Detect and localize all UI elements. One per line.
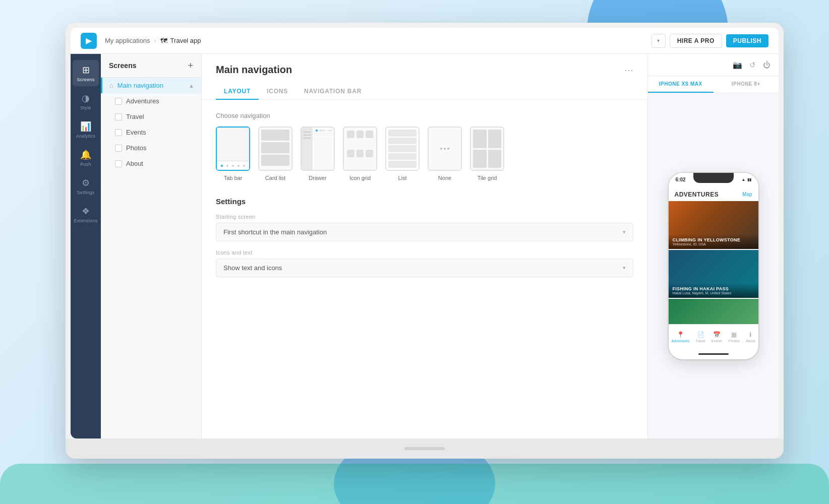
screen-item-main-nav[interactable]: ⌂ Main navigation ▲	[101, 78, 201, 93]
screens-panel-title: Screens	[109, 61, 136, 70]
tab-navigation-bar[interactable]: NAVIGATION BAR	[296, 84, 370, 100]
screens-header: Screens +	[101, 54, 201, 78]
icons-text-group: Icons and text Show text and icons ▾	[216, 249, 633, 277]
screen-item-arrow: ▲	[189, 83, 194, 89]
settings-label: Settings	[77, 190, 95, 195]
phone-time: 6:02	[676, 177, 686, 182]
analytics-icon: 📊	[80, 121, 91, 132]
screen-item-about[interactable]: About	[101, 156, 201, 171]
phone-signal: ▲ ▮▮	[742, 177, 751, 182]
tab-travel-icon: 📄	[697, 331, 704, 338]
screen-checkbox-photos[interactable]	[115, 145, 122, 152]
phone-tab-travel[interactable]: 📄 Travel	[695, 331, 705, 343]
icon-cell-6	[366, 150, 373, 157]
content-menu-button[interactable]: ⋯	[624, 65, 633, 76]
screen-item-adventures[interactable]: Adventures	[101, 93, 201, 109]
layout-list-thumb	[385, 127, 420, 171]
analytics-label: Analytics	[76, 134, 96, 139]
extensions-label: Extensions	[74, 218, 97, 223]
screen-item-travel[interactable]: Travel	[101, 109, 201, 124]
card-subtitle-climbing: Yellowstone, ID, USA	[673, 242, 754, 246]
layout-drawer-name: Drawer	[309, 175, 326, 181]
sidebar-item-analytics[interactable]: 📊 Analytics	[73, 116, 99, 143]
refresh-icon[interactable]: ↺	[749, 60, 756, 70]
drawer-line-1	[303, 132, 311, 133]
screen-checkbox-adventures[interactable]	[115, 98, 122, 105]
content-header: Main navigation ⋯ LAYOUT ICONS NAVIGATIO…	[202, 54, 647, 100]
card-overlay-fishing: FISHING IN HAKAI PASS Hakai Lusa, Nayari…	[669, 283, 758, 298]
screen-checkbox-events[interactable]	[115, 129, 122, 136]
layout-none-name: None	[438, 175, 451, 181]
thumb-dot-1	[221, 165, 223, 167]
breadcrumb-home[interactable]: My applications	[105, 37, 150, 44]
screens-label: Screens	[77, 77, 94, 82]
screen-main-nav-label: Main navigation	[117, 82, 163, 89]
tab-events-label: Events	[712, 339, 722, 343]
screen-home-icon: ⌂	[109, 82, 113, 89]
style-label: Style	[80, 105, 91, 110]
settings-section: Settings Starting screen First shortcut …	[216, 197, 633, 277]
screen-item-photos[interactable]: Photos	[101, 140, 201, 156]
publish-button[interactable]: PUBLISH	[726, 34, 768, 47]
phone-notch	[693, 173, 734, 183]
dropdown-button[interactable]: ▾	[652, 34, 666, 48]
screen-checkbox-about[interactable]	[115, 160, 122, 167]
device-tab-iphone-8plus[interactable]: IPHONE 8+	[714, 76, 779, 93]
sidebar-item-settings[interactable]: ⚙ Settings	[73, 173, 99, 199]
phone-tab-bar: 📍 Adventures 📄 Travel 📅 Events	[669, 324, 758, 349]
sidebar-item-style[interactable]: ◑ Style	[73, 88, 99, 114]
thumb-dot-5	[243, 165, 245, 167]
card-title-climbing: CLIMBING IN YELLOWSTONE	[673, 237, 754, 242]
thumb-card-2	[261, 142, 289, 153]
sidebar-item-push[interactable]: 🔔 Push	[73, 145, 99, 171]
phone-tab-events[interactable]: 📅 Events	[712, 331, 722, 343]
layout-none[interactable]: None	[428, 127, 462, 181]
layout-card-list-name: Card list	[265, 175, 285, 181]
thumb-tabbar	[217, 128, 249, 170]
starting-screen-group: Starting screen First shortcut in the ma…	[216, 214, 633, 241]
power-icon[interactable]: ⏻	[763, 60, 771, 69]
sidebar-item-extensions[interactable]: ❖ Extensions	[73, 201, 99, 227]
layout-drawer[interactable]: Drawer	[301, 127, 335, 181]
screens-icon: ⊞	[82, 65, 90, 76]
starting-screen-label: Starting screen	[216, 214, 633, 220]
icons-text-arrow: ▾	[623, 265, 626, 271]
layout-card-list-thumb	[258, 127, 292, 171]
phone-tab-photos[interactable]: ▦ Photos	[729, 331, 740, 343]
layout-icon-grid[interactable]: Icon grid	[343, 127, 377, 181]
phone-tab-about[interactable]: ℹ About	[746, 331, 755, 343]
starting-screen-select[interactable]: First shortcut in the main navigation ▾	[216, 223, 633, 241]
layout-tile-grid-thumb	[470, 127, 504, 171]
logo-button[interactable]: ▶	[81, 33, 97, 49]
hire-pro-button[interactable]: HIRE A PRO	[670, 34, 722, 48]
device-tab-iphone-xs-max[interactable]: IPHONE XS MAX	[648, 76, 714, 93]
drawer-dot-blue	[316, 130, 318, 132]
layout-tile-grid[interactable]: Tile grid	[470, 127, 504, 181]
phone-tab-adventures[interactable]: 📍 Adventures	[672, 331, 689, 343]
laptop-notch	[404, 447, 445, 450]
icons-text-value: Show text and icons	[223, 264, 282, 272]
layout-icon-grid-thumb	[343, 127, 377, 171]
nav-layouts: Tab bar	[216, 127, 633, 181]
icon-cell-5	[357, 150, 364, 157]
battery-icon: ▮▮	[747, 177, 751, 182]
screen-checkbox-travel[interactable]	[115, 113, 122, 120]
preview-content: 6:02 ▲ ▮▮ ADVENTURES Map	[648, 93, 779, 438]
sidebar-item-screens[interactable]: ⊞ Screens	[73, 60, 99, 86]
phone-nav-header: ADVENTURES Map	[669, 187, 758, 201]
screen-photos-label: Photos	[126, 144, 146, 152]
screen-item-events[interactable]: Events	[101, 124, 201, 140]
layout-list[interactable]: List	[385, 127, 420, 181]
tile-cell-2	[488, 130, 502, 148]
tab-icons[interactable]: ICONS	[259, 84, 296, 100]
add-screen-button[interactable]: +	[188, 61, 193, 70]
drawer-dots-right	[328, 130, 332, 131]
icons-text-select[interactable]: Show text and icons ▾	[216, 259, 633, 277]
layout-tab-bar[interactable]: Tab bar	[216, 127, 250, 181]
camera-icon[interactable]: 📷	[733, 60, 742, 70]
top-bar: ▶ My applications › 🗺 Travel app ▾ HIRE …	[71, 28, 779, 54]
phone-mockup: 6:02 ▲ ▮▮ ADVENTURES Map	[669, 173, 758, 359]
phone-screen: ADVENTURES Map CLIMBING IN YELLOWSTONE Y…	[669, 187, 758, 324]
layout-card-list[interactable]: Card list	[258, 127, 292, 181]
tab-layout[interactable]: LAYOUT	[216, 84, 259, 100]
